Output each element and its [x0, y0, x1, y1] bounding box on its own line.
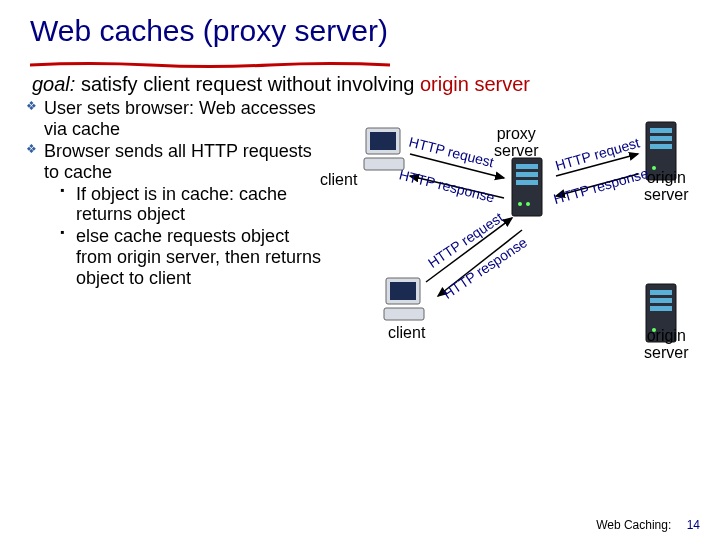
computer-icon: [382, 276, 432, 324]
bullet-list: User sets browser: Web accesses via cach…: [26, 98, 326, 378]
bullet-2a: If object is in cache: cache returns obj…: [60, 184, 326, 225]
slide-footer: Web Caching: 14: [596, 518, 700, 532]
svg-rect-13: [516, 164, 538, 169]
goal-label: goal:: [32, 73, 75, 95]
svg-rect-19: [650, 128, 672, 133]
svg-point-16: [518, 202, 522, 206]
client-label-1: client: [320, 172, 357, 189]
bullet-2-text: Browser sends all HTTP requests to cache: [44, 141, 312, 182]
bullet-1: User sets browser: Web accesses via cach…: [26, 98, 326, 139]
svg-point-17: [526, 202, 530, 206]
page-number: 14: [687, 518, 700, 532]
svg-rect-25: [650, 298, 672, 303]
svg-rect-8: [364, 158, 404, 170]
proxy-server-icon: [506, 154, 556, 222]
origin-label-2: origin server: [644, 328, 688, 362]
title-underline: [30, 54, 390, 60]
svg-rect-24: [650, 290, 672, 295]
client-label-2: client: [388, 325, 425, 342]
bullet-2b: else cache requests object from origin s…: [60, 226, 326, 288]
footer-text: Web Caching:: [596, 518, 671, 532]
client-computer-2: [382, 276, 432, 324]
bullet-2: Browser sends all HTTP requests to cache…: [26, 141, 326, 288]
server-icon: [506, 154, 556, 222]
svg-rect-15: [516, 180, 538, 185]
origin-label-1: origin server: [644, 170, 688, 204]
svg-rect-10: [390, 282, 416, 300]
svg-rect-26: [650, 306, 672, 311]
network-diagram: client client proxy server: [326, 98, 710, 378]
svg-rect-11: [384, 308, 424, 320]
svg-rect-20: [650, 136, 672, 141]
svg-rect-21: [650, 144, 672, 149]
goal-text: satisfy client request without involving: [75, 73, 420, 95]
goal-origin: origin server: [420, 73, 530, 95]
svg-rect-14: [516, 172, 538, 177]
slide-title: Web caches (proxy server): [0, 0, 720, 52]
svg-rect-7: [370, 132, 396, 150]
